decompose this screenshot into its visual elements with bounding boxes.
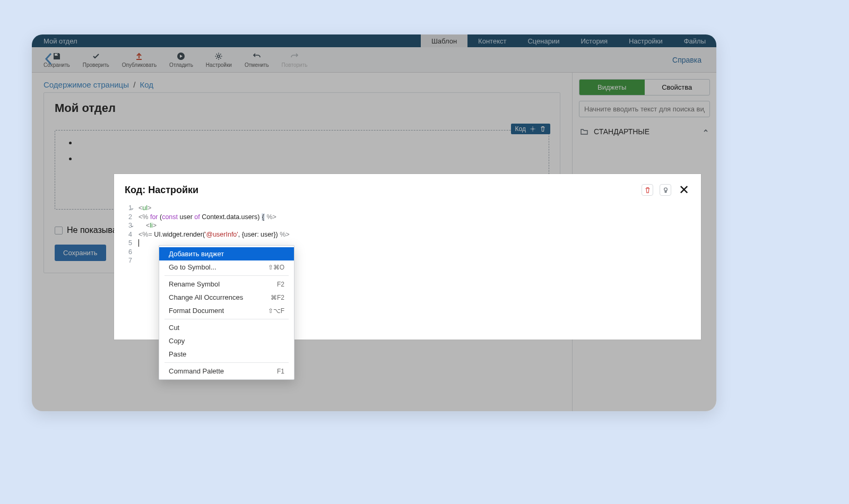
ctx-command-palette[interactable]: Command PaletteF1 [159,364,294,378]
ctx-paste[interactable]: Paste [159,347,294,361]
context-menu: Добавить виджет Go to Symbol...⇧⌘O Renam… [159,245,294,380]
modal-hint-button[interactable] [660,184,671,196]
ctx-separator [164,362,289,363]
svg-point-7 [664,188,667,191]
ctx-change-all[interactable]: Change All Occurrences⌘F2 [159,291,294,304]
ctx-copy[interactable]: Copy [159,334,294,347]
modal-title: Код: Настройки [125,185,198,196]
modal-close-button[interactable]: ✕ [678,183,690,197]
ctx-format[interactable]: Format Document⇧⌥F [159,304,294,317]
code-line-4[interactable]: <%= UI.widget.render('@userInfo', {user:… [138,230,701,239]
modal-delete-button[interactable] [642,184,653,196]
code-line-3[interactable]: <li> [138,221,701,230]
ctx-cut[interactable]: Cut [159,321,294,334]
code-line-2[interactable]: <% for (const user of Context.data.users… [138,213,701,222]
ctx-add-widget[interactable]: Добавить виджет [159,247,294,260]
code-line-1[interactable]: <ul> [138,204,701,213]
ctx-separator [164,319,289,319]
ctx-goto-symbol[interactable]: Go to Symbol...⇧⌘O [159,260,294,274]
ctx-separator [164,275,289,276]
ctx-rename[interactable]: Rename SymbolF2 [159,277,294,291]
